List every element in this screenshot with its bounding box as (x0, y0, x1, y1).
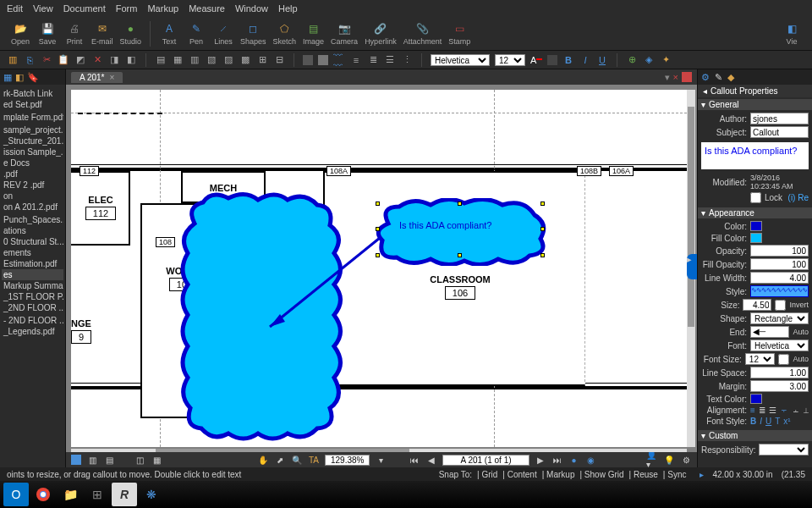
file-item[interactable]: _2ND FLOOR ... (2, 302, 63, 313)
super-btn[interactable]: x¹ (783, 417, 790, 426)
file-item[interactable]: rk-Batch Link (2, 88, 63, 99)
align-center-icon[interactable]: ≣ (759, 406, 765, 415)
paste-icon[interactable]: 📋 (58, 54, 69, 66)
linewidth-input[interactable] (750, 272, 809, 284)
menu-markup[interactable]: Markup (147, 3, 178, 14)
margin-input[interactable] (750, 380, 809, 392)
file-item[interactable]: ed Set.pdf (2, 99, 63, 110)
file-tab-icon[interactable]: ◧ (15, 72, 24, 83)
props-link-icon[interactable]: ◆ (727, 72, 734, 83)
align-right-icon[interactable]: ☰ (769, 406, 776, 415)
u1-icon[interactable]: ◨ (108, 54, 120, 66)
new-icon[interactable]: ▥ (7, 54, 19, 66)
copy-icon[interactable]: ⎘ (24, 54, 36, 66)
file-item[interactable]: _1ST FLOOR P... (2, 291, 63, 302)
page-indicator[interactable]: A 201 (1 of 1) (442, 455, 529, 466)
al5-icon[interactable]: ▨ (222, 54, 234, 66)
file-item[interactable]: _Legends.pdf (2, 326, 63, 337)
file-item[interactable]: .pdf (2, 168, 63, 179)
callout-text[interactable]: Is this ADA compliant? (399, 220, 491, 230)
image-button[interactable]: ▤Image (299, 21, 327, 46)
snap-3[interactable]: Markup (546, 470, 574, 479)
chrome-icon[interactable] (30, 483, 56, 506)
general-header[interactable]: ▾ General (698, 99, 812, 110)
al8-icon[interactable]: ⊟ (273, 54, 285, 66)
t2-icon[interactable]: ◈ (643, 54, 655, 66)
al7-icon[interactable]: ⊞ (256, 54, 268, 66)
view5-icon[interactable]: ▦ (151, 454, 162, 466)
lines-button[interactable]: ⟋Lines (210, 21, 237, 46)
reset-link[interactable]: (i) Re (786, 193, 809, 202)
snap-5[interactable]: Reuse (634, 470, 658, 479)
file-item[interactable]: es (2, 269, 63, 280)
invert-checkbox[interactable] (775, 300, 786, 311)
bookmark-tab-icon[interactable]: 🔖 (27, 72, 39, 83)
custom-header[interactable]: ▾ Custom (698, 430, 812, 441)
zoom-dropdown-icon[interactable]: ▾ (375, 454, 387, 466)
file-item[interactable]: Estimation.pdf (2, 258, 63, 269)
file-item[interactable]: - 2ND FLOOR ... (2, 315, 63, 326)
thumb-tab-icon[interactable]: ▦ (3, 72, 12, 83)
line2-icon[interactable]: ≣ (367, 54, 379, 66)
user-icon[interactable]: 👤▾ (646, 454, 658, 466)
gear-icon[interactable]: ⚙ (680, 454, 692, 466)
sw1-icon[interactable] (303, 55, 313, 65)
studio-button[interactable]: ●Studio (117, 21, 145, 46)
fillopacity-input[interactable] (750, 258, 809, 270)
zoom-icon[interactable]: 🔍 (291, 454, 303, 466)
font-size-select[interactable]: 12 (495, 54, 525, 66)
hyperlink-button[interactable]: 🔗Hyperlink (361, 21, 400, 46)
e-mail-button[interactable]: ✉E-mail (88, 21, 117, 46)
view4-icon[interactable]: ◫ (134, 454, 145, 466)
pen-button[interactable]: ✎Pen (183, 21, 210, 46)
close-tab-icon[interactable]: × (109, 73, 114, 82)
fillcolor-swatch[interactable] (750, 233, 762, 243)
outlook-icon[interactable]: O (3, 483, 29, 506)
menu-help[interactable]: Help (278, 3, 298, 14)
file-item[interactable]: Punch_Spaces... (2, 214, 63, 225)
snap-0[interactable]: Snap To: (439, 470, 472, 479)
file-item[interactable]: Markup Summary (2, 280, 63, 291)
line1-icon[interactable]: ≡ (350, 54, 362, 66)
u2-icon[interactable]: ◧ (125, 54, 137, 66)
text-select-icon[interactable]: TA (308, 454, 320, 466)
view2-icon[interactable]: ▥ (86, 454, 98, 466)
revu-icon[interactable]: R (112, 483, 137, 506)
sw2-icon[interactable] (318, 55, 328, 65)
view1-icon[interactable] (71, 455, 81, 465)
view3-icon[interactable]: ▤ (103, 454, 115, 466)
attachment-button[interactable]: 📎Attachment (400, 21, 446, 46)
align-bot-icon[interactable]: ⟂ (804, 406, 809, 415)
file-item[interactable]: mplate Form.pdf (2, 112, 63, 123)
file-item[interactable]: e Docs (2, 157, 63, 168)
print-button[interactable]: 🖨Print (61, 21, 88, 46)
menu-edit[interactable]: Edit (7, 3, 23, 14)
lock-checkbox[interactable] (750, 192, 761, 203)
menu-view[interactable]: View (33, 3, 53, 14)
select-icon[interactable]: ⬈ (274, 454, 286, 466)
next-view-icon[interactable]: ◉ (585, 454, 597, 466)
last-page-icon[interactable]: ⏭ (551, 454, 563, 466)
stamp-button[interactable]: ▭Stamp (445, 21, 474, 46)
italic-icon[interactable]: I (579, 54, 591, 66)
document-tab[interactable]: A 201* × (71, 72, 123, 83)
subject-input[interactable] (750, 126, 809, 138)
clip-icon[interactable]: ◩ (74, 54, 86, 66)
al3-icon[interactable]: ▥ (189, 54, 200, 66)
al2-icon[interactable]: ▦ (172, 54, 184, 66)
view-button[interactable]: ◧Vie (778, 21, 805, 46)
snap-4[interactable]: Show Grid (584, 470, 624, 479)
menu-measure[interactable]: Measure (189, 3, 225, 14)
fontsize-select[interactable]: 12 (745, 353, 776, 365)
file-item[interactable]: on A 201.2.pdf (2, 202, 63, 213)
open-button[interactable]: 📂Open (7, 21, 34, 46)
file-item[interactable]: 0 Structural St... (2, 236, 63, 247)
file-item[interactable]: _Structure_201... (2, 135, 63, 146)
highlight-icon[interactable] (547, 55, 557, 65)
next-page-icon[interactable]: ▶ (535, 454, 546, 466)
file-item[interactable]: ission Sample_... (2, 146, 63, 157)
author-input[interactable] (750, 113, 809, 124)
underline-btn[interactable]: U (765, 417, 771, 426)
callout-bubble[interactable] (367, 198, 553, 266)
zoom-level[interactable]: 129.38% (325, 455, 370, 466)
